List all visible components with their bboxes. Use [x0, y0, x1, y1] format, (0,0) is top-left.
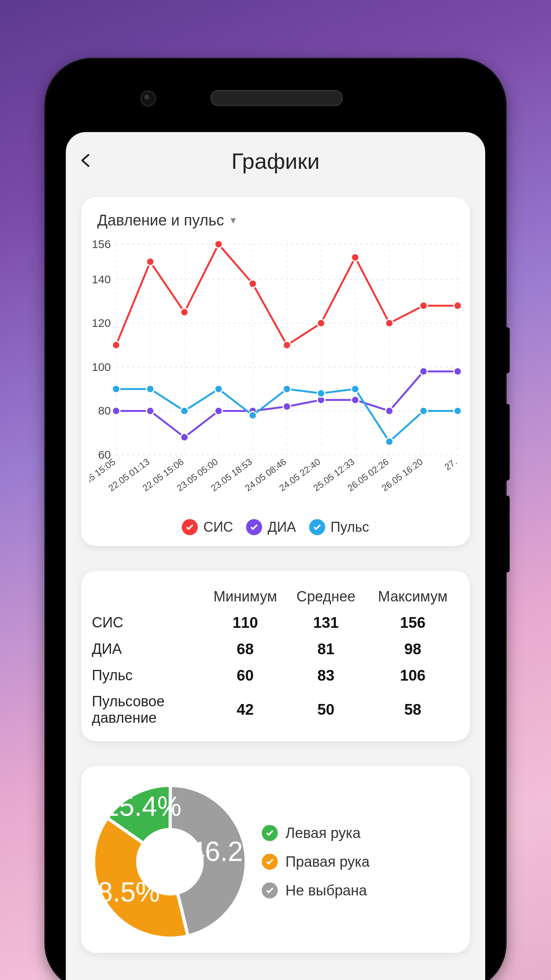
stats-avg: 131: [285, 614, 366, 631]
svg-text:120: 120: [92, 317, 111, 329]
check-icon: [262, 882, 278, 898]
svg-point-46: [147, 407, 154, 415]
stats-max: 106: [366, 667, 459, 684]
svg-point-35: [147, 258, 154, 266]
donut-legend: Левая рукаПравая рукаНе выбрана: [262, 825, 461, 899]
line-chart[interactable]: 608010012014015621.05 15:0522.05 01:1322…: [90, 237, 461, 505]
stats-avg: 81: [285, 640, 366, 658]
svg-text:100: 100: [92, 361, 111, 373]
check-icon: [246, 519, 262, 535]
cards-column: Давление и пульс ▼ 608010012014015621.05…: [66, 189, 485, 980]
legend-toggle-dia[interactable]: ДИА: [246, 519, 296, 535]
svg-point-63: [351, 385, 359, 393]
svg-point-61: [283, 385, 291, 393]
svg-point-65: [420, 407, 427, 415]
stats-row-label: Пульс: [92, 667, 205, 684]
legend-label: СИС: [203, 519, 233, 535]
phone-frame: Графики Давление и пульс ▼ 6080100120140…: [46, 59, 505, 980]
dropdown-label: Давление и пульс: [97, 212, 224, 229]
svg-text:27.: 27.: [442, 456, 459, 472]
svg-point-40: [317, 319, 325, 327]
side-button: [505, 496, 510, 572]
stats-header-cell: Минимум: [205, 588, 285, 605]
stats-row-label: ДИА: [92, 641, 205, 657]
check-icon: [309, 519, 325, 535]
legend-label: Пульс: [331, 519, 369, 535]
svg-point-38: [249, 280, 257, 287]
svg-point-39: [283, 341, 291, 349]
svg-point-58: [181, 407, 188, 415]
svg-text:156: 156: [92, 238, 111, 250]
svg-point-60: [249, 412, 257, 419]
stats-min: 110: [205, 614, 285, 631]
svg-point-53: [386, 407, 393, 415]
svg-text:15.4%: 15.4%: [104, 791, 181, 822]
chevron-down-icon: ▼: [228, 215, 238, 226]
donut-legend-label: Левая рука: [285, 825, 360, 841]
donut-hole: [147, 839, 193, 885]
stats-row: Пульс6083106: [90, 662, 461, 689]
donut-card: 46.2%38.5%15.4% Левая рукаПравая рукаНе …: [81, 766, 470, 953]
donut-legend-item: Правая рука: [262, 854, 461, 870]
stats-row: Пульсовое давление425058: [90, 689, 461, 730]
chevron-left-icon: [77, 152, 94, 169]
stats-max: 98: [366, 640, 459, 658]
legend-toggle-sys[interactable]: СИС: [182, 519, 233, 535]
stats-row: ДИА688198: [90, 636, 461, 662]
donut-legend-label: Правая рука: [285, 854, 370, 870]
svg-text:38.5%: 38.5%: [90, 877, 160, 907]
stats-row-label: Пульсовое давление: [92, 693, 205, 726]
side-button: [505, 404, 510, 480]
page-title: Графики: [108, 148, 474, 174]
svg-point-66: [454, 407, 461, 415]
stats-avg: 83: [285, 667, 366, 684]
donut-chart[interactable]: 46.2%38.5%15.4%: [90, 781, 250, 942]
svg-point-54: [420, 368, 427, 375]
donut-legend-label: Не выбрана: [285, 882, 367, 899]
svg-point-36: [181, 309, 188, 316]
stats-row: СИС110131156: [90, 609, 461, 636]
svg-point-48: [215, 407, 222, 415]
back-button[interactable]: [77, 148, 108, 174]
svg-point-44: [454, 302, 461, 309]
svg-point-64: [386, 438, 393, 446]
stats-header-cell: Среднее: [285, 588, 366, 605]
svg-point-59: [215, 385, 222, 393]
check-icon: [182, 519, 198, 535]
stats-max: 156: [366, 614, 459, 631]
svg-text:46.2%: 46.2%: [190, 836, 250, 867]
legend-toggle-pulse[interactable]: Пульс: [309, 519, 369, 535]
check-icon: [262, 854, 278, 870]
svg-point-52: [351, 396, 359, 404]
stats-max: 58: [366, 701, 459, 718]
stats-min: 60: [205, 667, 285, 684]
svg-point-47: [181, 433, 188, 441]
svg-point-62: [317, 390, 325, 397]
svg-point-57: [147, 385, 154, 393]
svg-point-56: [112, 385, 120, 393]
svg-point-37: [215, 240, 222, 248]
camera-dot: [142, 92, 155, 105]
donut-legend-item: Не выбрана: [262, 882, 461, 899]
chart-legend: СИСДИАПульс: [90, 519, 461, 535]
stats-min: 42: [205, 701, 285, 718]
svg-point-41: [351, 253, 359, 261]
svg-point-55: [454, 368, 461, 375]
check-icon: [262, 825, 278, 841]
svg-text:140: 140: [92, 273, 111, 286]
svg-point-43: [420, 302, 427, 309]
app-header: Графики: [66, 132, 485, 189]
stats-card: МинимумСреднееМаксимумСИС110131156ДИА688…: [81, 571, 470, 741]
side-button: [505, 327, 510, 373]
metric-dropdown[interactable]: Давление и пульс ▼: [90, 210, 461, 233]
chart-card: Давление и пульс ▼ 608010012014015621.05…: [81, 197, 470, 546]
stats-row-label: СИС: [92, 614, 205, 631]
svg-point-45: [112, 407, 120, 415]
stats-min: 68: [205, 640, 285, 658]
legend-label: ДИА: [267, 519, 296, 535]
screen: Графики Давление и пульс ▼ 6080100120140…: [66, 132, 485, 980]
donut-legend-item: Левая рука: [262, 825, 461, 841]
earpiece: [210, 90, 343, 106]
svg-point-50: [283, 403, 291, 410]
svg-point-42: [386, 319, 393, 327]
